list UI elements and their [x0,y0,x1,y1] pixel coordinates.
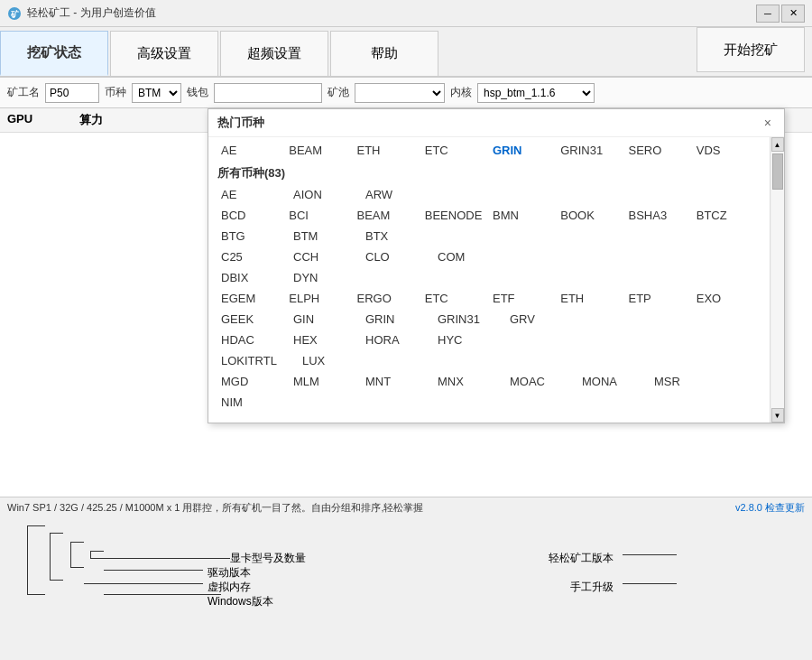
status-left: Win7 SP1 / 32G / 425.25 / M1000M x 1 用群控… [7,501,424,515]
coin-MGD[interactable]: MGD [217,372,290,391]
coin-AE[interactable]: AE [217,185,290,204]
coin-BCD[interactable]: BCD [217,206,285,225]
coin-LOKITRTL[interactable]: LOKITRTL [217,351,299,370]
scrollbar-track [771,152,784,408]
coin-row-4: C25 CCH CLO COM [217,247,761,266]
coin-GRIN[interactable]: GRIN [362,310,434,329]
coin-DBIX[interactable]: DBIX [217,268,290,287]
coin-CCH[interactable]: CCH [290,247,362,266]
coin-BTX[interactable]: BTX [362,227,434,246]
coin-row-5: DBIX DYN [217,268,761,287]
dropdown-header: 热门币种 × [208,109,784,137]
coin-ERGO[interactable]: ERGO [354,289,421,308]
coin-ETC2[interactable]: ETC [421,289,489,308]
coin-BSHA3[interactable]: BSHA3 [625,206,693,225]
coin-HORA[interactable]: HORA [362,330,434,349]
coin-ETH-hot[interactable]: ETH [354,141,421,160]
coin-ETC-hot[interactable]: ETC [421,141,489,160]
coin-GRIN31[interactable]: GRIN31 [434,310,506,329]
coin-HYC[interactable]: HYC [434,330,506,349]
coin-row-8: HDAC HEX HORA HYC [217,330,761,349]
coin-CLO[interactable]: CLO [362,247,434,266]
coin-HEX[interactable]: HEX [290,330,362,349]
start-mining-button[interactable]: 开始挖矿 [697,27,805,72]
title-bar: 矿 轻松矿工 - 为用户创造价值 ─ ✕ [0,0,812,27]
coin-MSR[interactable]: MSR [651,372,723,391]
coin-row-6: EGEM ELPH ERGO ETC ETF ETH ETP EXO [217,289,761,308]
annotation-driver: 驱动版本 [208,565,251,581]
coin-MLM[interactable]: MLM [290,372,362,391]
pool-label: 矿池 [328,85,349,100]
coin-C25[interactable]: C25 [217,247,290,266]
worker-label: 矿工名 [7,85,40,100]
coin-HDAC[interactable]: HDAC [217,330,290,349]
dropdown-close-button[interactable]: × [761,116,775,130]
dropdown-scrollbar: ▲ ▼ [770,137,784,423]
coin-AION[interactable]: AION [290,185,362,204]
coin-GRIN-hot[interactable]: GRIN [489,141,557,160]
coin-ETP[interactable]: ETP [625,289,693,308]
coin-BCI[interactable]: BCI [285,206,353,225]
coin-row-10: MGD MLM MNT MNX MOAC MONA MSR [217,372,761,391]
coin-AE-hot[interactable]: AE [217,141,285,160]
dropdown-content: AE BEAM ETH ETC GRIN GRIN31 SERO VDS 所有币… [208,137,770,423]
minimize-button[interactable]: ─ [756,5,780,23]
coin-GEEK[interactable]: GEEK [217,310,290,329]
coin-SERO-hot[interactable]: SERO [625,141,693,160]
annotation-miner-version: 轻松矿工版本 [549,551,614,566]
annotation-manual-upgrade: 手工升级 [570,580,614,595]
coin-BMN[interactable]: BMN [489,206,557,225]
tab-help[interactable]: 帮助 [330,31,438,76]
coin-BEAM-hot[interactable]: BEAM [285,141,353,160]
kernel-label: 内核 [450,85,472,100]
close-button[interactable]: ✕ [781,5,805,23]
coin-ETF[interactable]: ETF [489,289,557,308]
coin-MOAC[interactable]: MOAC [506,372,578,391]
scrollbar-down-button[interactable]: ▼ [771,408,784,423]
tab-overclock-settings[interactable]: 超频设置 [220,31,328,76]
window-controls: ─ ✕ [756,5,805,23]
scrollbar-up-button[interactable]: ▲ [771,137,784,152]
coin-ETH2[interactable]: ETH [557,289,624,308]
coin-BTCZ[interactable]: BTCZ [693,206,761,225]
coin-ARW[interactable]: ARW [362,185,434,204]
coin-GRIN31-hot[interactable]: GRIN31 [557,141,624,160]
coin-GIN[interactable]: GIN [290,310,362,329]
coin-label: 币种 [105,85,126,100]
coin-select[interactable]: BTM [132,83,181,103]
toolbar: 矿工名 币种 BTM 钱包 矿池 内核 hsp_btm_1.1.6 [0,78,812,108]
tab-advanced-settings[interactable]: 高级设置 [110,31,218,76]
tab-mining-status[interactable]: 挖矿状态 [0,31,108,76]
wallet-input[interactable] [214,83,322,103]
coin-LUX[interactable]: LUX [299,351,371,370]
coin-row-2: BCD BCI BEAM BEENODE BMN BOOK BSHA3 BTCZ [217,206,761,225]
coin-BEAM[interactable]: BEAM [354,206,421,225]
coin-row-3: BTG BTM BTX [217,227,761,246]
scrollbar-thumb[interactable] [772,153,783,190]
coin-BTG[interactable]: BTG [217,227,290,246]
coin-MONA[interactable]: MONA [578,372,651,391]
coin-dropdown: 热门币种 × AE BEAM ETH ETC GRIN GRIN31 SERO … [208,108,785,423]
coin-EXO[interactable]: EXO [693,289,761,308]
coin-BEENODE[interactable]: BEENODE [421,206,489,225]
coin-ELPH[interactable]: ELPH [285,289,353,308]
coin-NIM[interactable]: NIM [217,393,290,412]
pool-select[interactable] [355,83,445,103]
coin-MNX[interactable]: MNX [434,372,506,391]
coin-VDS-hot[interactable]: VDS [693,141,761,160]
app-icon: 矿 [7,6,22,21]
coin-row-11: NIM [217,393,761,412]
coin-GRV[interactable]: GRV [506,310,578,329]
coin-EGEM[interactable]: EGEM [217,289,285,308]
worker-input[interactable] [45,83,99,103]
dropdown-title: 热门币种 [217,115,264,131]
coin-DYN[interactable]: DYN [290,268,362,287]
coin-row-9: LOKITRTL LUX [217,351,761,370]
coin-MNT[interactable]: MNT [362,372,434,391]
wallet-label: 钱包 [187,85,208,100]
status-right[interactable]: v2.8.0 检查更新 [735,501,805,515]
coin-BOOK[interactable]: BOOK [557,206,624,225]
coin-BTM[interactable]: BTM [290,227,362,246]
kernel-select[interactable]: hsp_btm_1.1.6 [477,83,595,103]
coin-COM[interactable]: COM [434,247,506,266]
